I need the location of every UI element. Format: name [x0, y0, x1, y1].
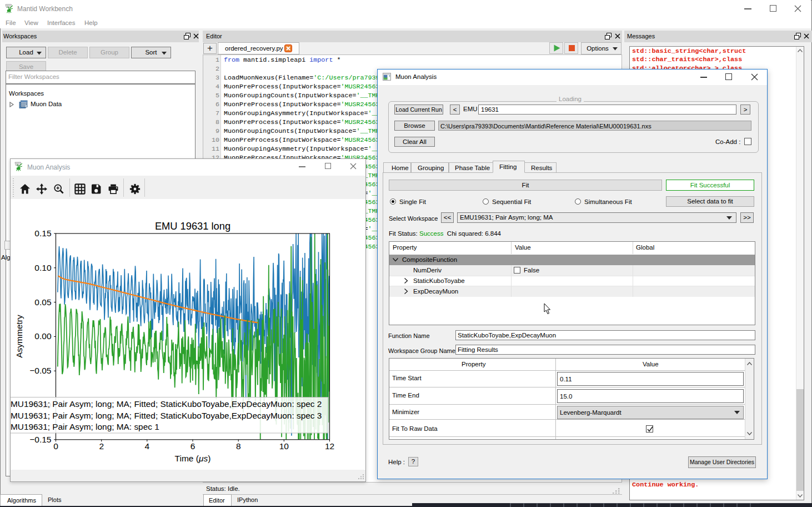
svg-text:0: 0 — [53, 441, 58, 451]
svg-text:Time (μs): Time (μs) — [175, 454, 211, 463]
svg-text:10: 10 — [279, 441, 289, 451]
svg-text:−0.05: −0.05 — [29, 366, 51, 375]
svg-text:0.05: 0.05 — [34, 297, 51, 307]
svg-text:0.15: 0.15 — [34, 228, 51, 238]
svg-text:6: 6 — [191, 441, 196, 451]
svg-text:MU19631; Pair Asym; long; MA;: MU19631; Pair Asym; long; MA; Fitted; St… — [11, 399, 322, 409]
svg-text:−0.15: −0.15 — [29, 435, 51, 444]
svg-text:12: 12 — [325, 441, 334, 451]
svg-text:MU19631; Pair Asym; long; MA:: MU19631; Pair Asym; long; MA: spec 1 — [11, 422, 159, 431]
svg-text:0.00: 0.00 — [34, 331, 52, 341]
svg-text:4: 4 — [144, 441, 149, 451]
svg-text:0.10: 0.10 — [34, 263, 52, 272]
svg-text:MU19631; Pair Asym; long; MA;: MU19631; Pair Asym; long; MA; Fitted; St… — [11, 411, 322, 420]
svg-text:EMU 19631 long: EMU 19631 long — [155, 220, 230, 232]
svg-text:Asymmetry: Asymmetry — [14, 315, 24, 358]
svg-text:2: 2 — [99, 441, 104, 451]
svg-text:8: 8 — [236, 441, 241, 451]
